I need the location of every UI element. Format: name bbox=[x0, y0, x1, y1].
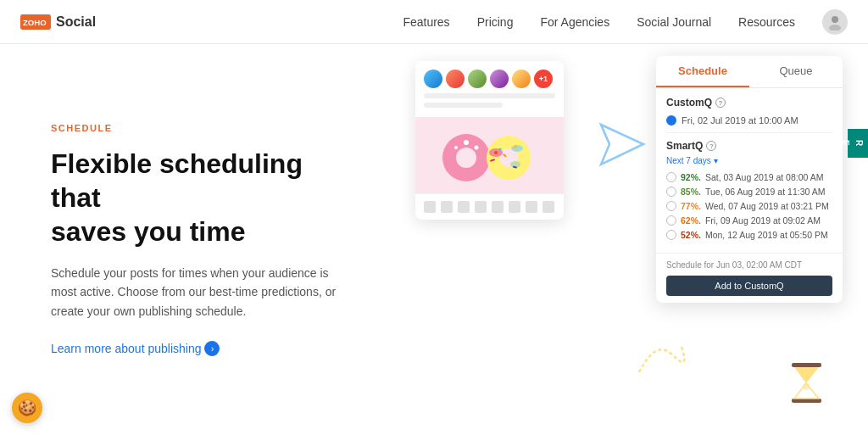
post-avatar-4 bbox=[490, 70, 509, 88]
post-line-2 bbox=[424, 103, 503, 108]
post-icon-5[interactable] bbox=[492, 201, 504, 213]
left-panel: SCHEDULE Flexible scheduling that saves … bbox=[0, 44, 407, 435]
svg-point-9 bbox=[454, 146, 458, 149]
nav-resources[interactable]: Resources bbox=[738, 15, 795, 29]
request-demo-sidebar[interactable]: R E Q U E S T D E M O bbox=[848, 129, 868, 158]
customq-label: CustomQ ? bbox=[666, 97, 832, 109]
svg-point-27 bbox=[803, 383, 810, 390]
page-title: Flexible scheduling that saves you time bbox=[51, 147, 356, 248]
post-icon-6[interactable] bbox=[509, 201, 520, 213]
section-label: SCHEDULE bbox=[51, 123, 356, 133]
svg-point-16 bbox=[499, 148, 502, 151]
next7-label[interactable]: Next 7 days ▾ bbox=[666, 155, 832, 165]
learn-more-arrow-icon: › bbox=[204, 341, 220, 356]
radio-empty-icon[interactable] bbox=[666, 230, 676, 240]
post-avatars-row: +1 bbox=[415, 61, 564, 93]
learn-more-link[interactable]: Learn more about publishing › bbox=[51, 341, 356, 356]
svg-point-2 bbox=[832, 16, 838, 23]
sched-option-3: 62%. Fri, 09 Aug 2019 at 09:02 AM bbox=[666, 215, 832, 226]
nav-pricing[interactable]: Pricing bbox=[477, 15, 514, 29]
post-line-1 bbox=[424, 93, 555, 98]
user-avatar[interactable] bbox=[822, 9, 848, 35]
hourglass-icon bbox=[787, 360, 826, 410]
post-icon-3[interactable] bbox=[458, 201, 470, 213]
radio-empty-icon[interactable] bbox=[666, 172, 676, 182]
schedule-panel: Schedule Queue CustomQ ? Fri, 02 Jul 201… bbox=[656, 56, 843, 303]
post-preview-card: +1 bbox=[415, 61, 564, 220]
post-avatar-1 bbox=[424, 70, 442, 88]
divider-1 bbox=[666, 132, 832, 133]
customq-date-row: Fri, 02 Jul 2019 at 10:00 AM bbox=[666, 115, 832, 125]
svg-point-15 bbox=[494, 151, 498, 154]
svg-point-6 bbox=[456, 148, 476, 168]
zoho-logo-icon: ZOHO bbox=[20, 14, 51, 31]
schedule-body: CustomQ ? Fri, 02 Jul 2019 at 10:00 AM S… bbox=[656, 88, 843, 253]
svg-point-3 bbox=[829, 25, 841, 31]
nav-features[interactable]: Features bbox=[403, 15, 449, 29]
tab-schedule[interactable]: Schedule bbox=[656, 56, 749, 87]
post-avatar-3 bbox=[468, 70, 487, 88]
post-action-icons bbox=[415, 193, 564, 220]
main-content: SCHEDULE Flexible scheduling that saves … bbox=[0, 44, 868, 435]
tab-queue[interactable]: Queue bbox=[749, 56, 843, 87]
navbar: ZOHO Social Features Pricing For Agencie… bbox=[0, 0, 868, 44]
post-text-lines bbox=[415, 93, 564, 117]
paper-plane-icon bbox=[597, 120, 648, 170]
post-icon-1[interactable] bbox=[424, 201, 436, 213]
svg-rect-23 bbox=[792, 363, 821, 367]
brand-name: Social bbox=[56, 14, 96, 30]
post-icon-4[interactable] bbox=[475, 201, 487, 213]
logo-area: ZOHO Social bbox=[20, 14, 96, 31]
svg-marker-21 bbox=[601, 125, 643, 165]
sched-option-1: 85%. Tue, 06 Aug 2019 at 11:30 AM bbox=[666, 187, 832, 197]
svg-point-7 bbox=[464, 140, 469, 145]
nav-social-journal[interactable]: Social Journal bbox=[637, 15, 711, 29]
radio-selected-icon bbox=[666, 115, 676, 125]
post-icon-8[interactable] bbox=[542, 201, 554, 213]
swirl-decoration bbox=[631, 330, 698, 384]
svg-marker-25 bbox=[794, 367, 819, 383]
post-icon-7[interactable] bbox=[526, 201, 537, 213]
radio-empty-icon[interactable] bbox=[666, 187, 676, 197]
sched-option-2: 77%. Wed, 07 Aug 2019 at 03:21 PM bbox=[666, 201, 832, 211]
radio-empty-icon[interactable] bbox=[666, 215, 676, 226]
post-icon-2[interactable] bbox=[441, 201, 453, 213]
cookie-badge[interactable]: 🍪 bbox=[12, 393, 42, 423]
schedule-for-text: Schedule for Jun 03, 02:00 AM CDT bbox=[666, 260, 832, 270]
post-image-area bbox=[415, 117, 564, 193]
donut-image bbox=[415, 117, 564, 193]
sched-option-4: 52%. Mon, 12 Aug 2019 at 05:50 PM bbox=[666, 230, 832, 240]
svg-point-13 bbox=[511, 145, 523, 152]
svg-point-17 bbox=[514, 145, 517, 148]
customq-info-icon: ? bbox=[715, 98, 726, 108]
svg-point-8 bbox=[475, 146, 479, 150]
schedule-footer: Schedule for Jun 03, 02:00 AM CDT Add to… bbox=[656, 253, 843, 303]
nav-links: Features Pricing For Agencies Social Jou… bbox=[403, 9, 848, 35]
svg-text:ZOHO: ZOHO bbox=[23, 17, 47, 26]
right-panel: +1 bbox=[407, 44, 868, 435]
sched-option-0: 92%. Sat, 03 Aug 2019 at 08:00 AM bbox=[666, 172, 832, 182]
nav-agencies[interactable]: For Agencies bbox=[540, 15, 609, 29]
hero-subtext: Schedule your posts for times when your … bbox=[51, 264, 339, 321]
radio-empty-icon[interactable] bbox=[666, 201, 676, 211]
post-avatar-more: +1 bbox=[534, 70, 553, 88]
schedule-tabs: Schedule Queue bbox=[656, 56, 843, 88]
post-avatar-2 bbox=[446, 70, 465, 88]
add-customq-button[interactable]: Add to CustomQ bbox=[666, 276, 832, 296]
post-avatar-5 bbox=[512, 70, 531, 88]
